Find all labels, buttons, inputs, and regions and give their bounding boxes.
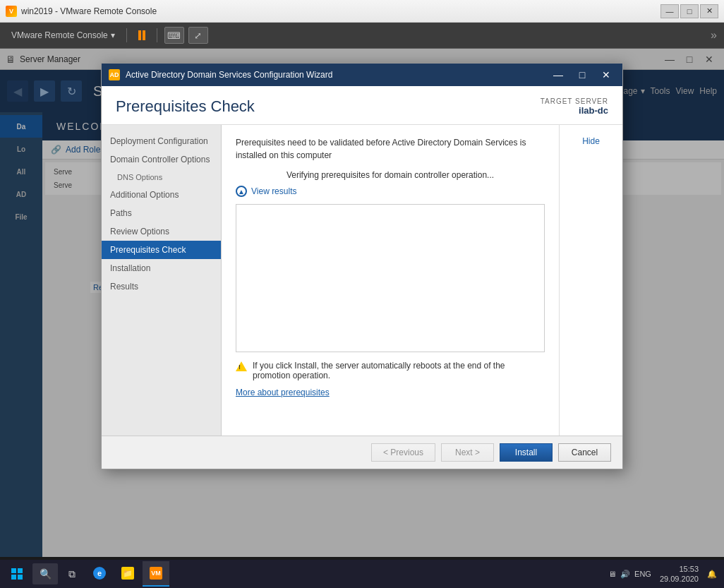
ie-icon: e: [93, 567, 106, 580]
toolbar-separator-2: [157, 28, 157, 42]
taskview-button[interactable]: ⧉: [59, 561, 85, 587]
vmware-pause-button[interactable]: [134, 29, 150, 42]
prereq-description: Prerequisites need to be validated befor…: [236, 136, 545, 162]
svg-rect-3: [18, 575, 23, 580]
vmware-minimize-button[interactable]: —: [660, 4, 679, 18]
install-button[interactable]: Install: [500, 443, 553, 462]
filemanager-icon: 📁: [121, 567, 134, 580]
vmware-console-menu[interactable]: VMware Remote Console ▾: [7, 29, 119, 42]
tray-time: 15:53: [660, 564, 699, 574]
wizard-header: Prerequisites Check TARGET SERVER ilab-d…: [102, 86, 622, 125]
pause-icon: [138, 30, 145, 40]
vmware-close-button[interactable]: ✕: [700, 4, 718, 18]
wizard-titlebar: AD Active Directory Domain Services Conf…: [102, 64, 622, 86]
wizard-page-title: Prerequisites Check: [116, 97, 255, 116]
vmware-app-icon: V: [6, 6, 17, 17]
warning-triangle-icon: [236, 361, 247, 371]
tray-volume-icon[interactable]: 🔊: [620, 570, 630, 579]
tray-clock[interactable]: 15:53 29.09.2020: [656, 564, 703, 584]
nav-item-review[interactable]: Review Options: [102, 222, 221, 241]
view-results-arrow: ▲: [236, 186, 247, 197]
view-results-link[interactable]: ▲ View results: [236, 186, 545, 197]
tray-notification-icon[interactable]: 🔔: [707, 570, 717, 579]
tray-date: 29.09.2020: [660, 574, 699, 584]
taskbar-filemanager-button[interactable]: 📁: [114, 561, 141, 587]
tray-lang[interactable]: ENG: [634, 570, 651, 578]
wizard-footer: < Previous Next > Install Cancel: [102, 436, 622, 469]
nav-item-paths[interactable]: Paths: [102, 204, 221, 222]
wizard-maximize-button[interactable]: □: [573, 68, 591, 82]
results-box: [236, 204, 545, 352]
taskbar: 🔍 ⧉ e 📁 VM 🖥 🔊 ENG 15:53 29.09.2020 🔔: [0, 560, 724, 588]
prereq-link[interactable]: More about prerequisites: [236, 388, 330, 397]
previous-button[interactable]: < Previous: [371, 443, 435, 462]
windows-logo-icon: [11, 568, 23, 580]
nav-item-installation[interactable]: Installation: [102, 259, 221, 277]
next-button[interactable]: Next >: [441, 443, 494, 462]
wizard-modal: AD Active Directory Domain Services Conf…: [101, 63, 623, 469]
start-button[interactable]: [3, 561, 31, 587]
tray-network-icon[interactable]: 🖥: [608, 570, 616, 578]
vmware-more-button[interactable]: »: [711, 29, 717, 42]
hide-button[interactable]: Hide: [582, 136, 600, 146]
vmware-titlebar-buttons: — □ ✕: [660, 4, 718, 18]
wizard-body: Deployment Configuration Domain Controll…: [102, 125, 622, 436]
nav-item-prereq[interactable]: Prerequisites Check: [102, 241, 221, 259]
target-server-info: TARGET SERVER ilab-dc: [541, 97, 608, 116]
wizard-nav: Deployment Configuration Domain Controll…: [102, 125, 222, 436]
target-server-label: TARGET SERVER: [541, 97, 608, 105]
nav-item-deployment[interactable]: Deployment Configuration: [102, 132, 221, 150]
taskbar-vmware-button[interactable]: VM: [143, 561, 169, 587]
target-server-name: ilab-dc: [541, 105, 608, 116]
vmware-titlebar: V win2019 - VMware Remote Console — □ ✕: [0, 0, 724, 23]
wizard-close-button[interactable]: ✕: [597, 68, 615, 82]
right-panel: Hide: [559, 125, 622, 436]
vmware-toolbar: VMware Remote Console ▾ ⌨ ⤢ »: [0, 23, 724, 48]
vmware-fullscreen-button[interactable]: ⤢: [188, 27, 208, 44]
nav-item-results[interactable]: Results: [102, 277, 221, 296]
toolbar-separator-1: [126, 28, 127, 42]
vmware-maximize-button[interactable]: □: [680, 4, 699, 18]
wizard-titlebar-icon: AD: [109, 69, 120, 80]
vmware-title: win2019 - VMware Remote Console: [21, 6, 660, 16]
system-tray: 🖥 🔊 ENG 15:53 29.09.2020 🔔: [608, 564, 721, 584]
warning-text: If you click Install, the server automat…: [253, 361, 545, 380]
taskbar-search[interactable]: 🔍: [32, 563, 58, 584]
cancel-button[interactable]: Cancel: [558, 443, 611, 462]
svg-rect-2: [11, 575, 16, 580]
vmware-console-label: VMware Remote Console: [11, 30, 108, 40]
vmware-dropdown-arrow: ▾: [111, 30, 115, 40]
svg-rect-1: [18, 568, 23, 573]
vmware-taskbar-icon: VM: [150, 567, 162, 580]
warning-notice: If you click Install, the server automat…: [236, 361, 545, 380]
svg-rect-0: [11, 568, 16, 573]
wizard-content: Prerequisites need to be validated befor…: [222, 125, 559, 436]
nav-item-additional-options[interactable]: Additional Options: [102, 186, 221, 204]
verifying-text: Verifying prerequisites for domain contr…: [236, 170, 545, 180]
nav-item-dc-options[interactable]: Domain Controller Options: [102, 150, 221, 169]
modal-overlay: AD Active Directory Domain Services Conf…: [0, 49, 724, 557]
view-results-label: View results: [251, 186, 296, 196]
wizard-title: Active Directory Domain Services Configu…: [126, 70, 543, 80]
wizard-minimize-button[interactable]: —: [549, 68, 567, 82]
taskbar-ie-button[interactable]: e: [86, 561, 113, 587]
vmware-send-ctrl-alt-del-button[interactable]: ⌨: [164, 27, 184, 44]
nav-item-dns-options[interactable]: DNS Options: [102, 169, 221, 186]
